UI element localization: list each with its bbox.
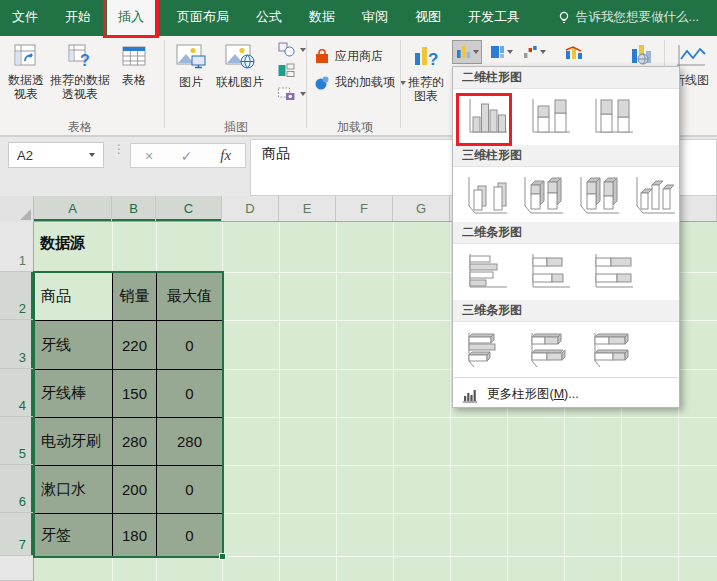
chart-option-100-stacked-bar[interactable] [586, 248, 638, 296]
tab-data[interactable]: 数据 [309, 0, 335, 36]
smartart-button[interactable] [278, 63, 295, 78]
pivotchart-button[interactable] [622, 40, 664, 68]
cell-C3[interactable]: 0 [157, 321, 223, 370]
table-button[interactable]: 表格 [112, 43, 156, 87]
column-header-C[interactable]: C [156, 196, 222, 221]
chart-option-3d-clustered-bar[interactable] [460, 325, 512, 373]
tab-review[interactable]: 审阅 [362, 0, 388, 36]
cell-A6[interactable]: 漱口水 [35, 466, 113, 514]
row-header-6[interactable]: 6 [0, 465, 33, 513]
column-header-G[interactable]: G [393, 196, 450, 221]
hierarchy-chart-dropdown-arrow [507, 50, 513, 54]
cell-C6[interactable]: 0 [157, 466, 223, 514]
cell-A5[interactable]: 电动牙刷 [35, 418, 113, 466]
chart-option-3d-column[interactable] [628, 171, 678, 219]
tell-me-search[interactable]: 告诉我您想要做什么... [558, 9, 699, 36]
column-chart-dropdown-arrow [473, 50, 479, 54]
insert-combo-chart-button[interactable] [556, 40, 592, 64]
chart-option-stacked-column[interactable] [523, 93, 575, 141]
pictures-button[interactable]: 图片 [170, 43, 212, 89]
tab-file[interactable]: 文件 [12, 0, 38, 36]
shapes-icon [278, 42, 295, 57]
cell-B3[interactable]: 220 [113, 321, 157, 370]
cell-B5[interactable]: 280 [113, 418, 157, 466]
row-header-7[interactable]: 7 [0, 513, 33, 556]
column-header-D[interactable]: D [222, 196, 279, 221]
three-d-clustered-column-icon [461, 173, 509, 217]
column-header-A[interactable]: A [34, 196, 112, 221]
menu-section-2d-bar: 二维条形图 [453, 222, 679, 244]
hundred-stacked-column-icon [587, 95, 637, 139]
insert-column-chart-button[interactable] [452, 40, 482, 64]
name-box[interactable]: A2 [8, 142, 104, 168]
formula-bar-grip[interactable]: ⋮ [113, 146, 125, 152]
row-header-1[interactable]: 1 [0, 222, 33, 272]
cell-C4[interactable]: 0 [157, 370, 223, 418]
tab-insert[interactable]: 插入 [107, 0, 155, 36]
store-icon [314, 49, 330, 65]
tab-view[interactable]: 视图 [415, 0, 441, 36]
cell-B7[interactable]: 180 [113, 514, 157, 557]
cell-A3[interactable]: 牙线 [35, 321, 113, 370]
tab-formulas[interactable]: 公式 [256, 0, 282, 36]
more-column-charts-item[interactable]: 更多柱形图(M)... [453, 380, 679, 409]
cell-A4[interactable]: 牙线棒 [35, 370, 113, 418]
cell-B6[interactable]: 200 [113, 466, 157, 514]
row-header-5[interactable]: 5 [0, 417, 33, 465]
row-header-8[interactable] [0, 556, 33, 581]
cell-B4[interactable]: 150 [113, 370, 157, 418]
enter-icon[interactable]: ✓ [181, 148, 193, 164]
column-chart-dropdown-menu: 二维柱形图 三维柱形图 二维条形图 [452, 66, 680, 408]
insert-hierarchy-chart-button[interactable] [486, 40, 516, 64]
pivottable-button[interactable]: 数据透视表 [4, 43, 48, 101]
selection-fill-handle[interactable] [219, 553, 226, 560]
cell-A7[interactable]: 牙签 [35, 514, 113, 557]
row-header-2[interactable]: 2 [0, 272, 33, 320]
cell-A1[interactable]: 数据源 [40, 234, 85, 253]
chart-option-stacked-bar[interactable] [523, 248, 575, 296]
stacked-bar-icon [524, 250, 574, 294]
waterfall-chart-icon [523, 45, 538, 59]
column-header-E[interactable]: E [279, 196, 336, 221]
chart-option-3d-stacked-bar[interactable] [523, 325, 575, 373]
column-header[interactable] [678, 196, 717, 221]
chart-option-3d-clustered-column[interactable] [460, 171, 510, 219]
menu-row-3d-bar [453, 322, 679, 375]
cancel-icon[interactable]: × [145, 148, 153, 164]
tab-page-layout[interactable]: 页面布局 [177, 0, 229, 36]
column-header-F[interactable]: F [336, 196, 393, 221]
column-header-B[interactable]: B [112, 196, 156, 221]
name-box-value: A2 [17, 148, 33, 163]
cell-C7[interactable]: 0 [157, 514, 223, 557]
store-button[interactable]: 应用商店 [314, 48, 383, 65]
chart-option-3d-stacked-column[interactable] [516, 171, 566, 219]
recommended-charts-button[interactable]: ? 推荐的 图表 [404, 43, 448, 103]
tab-home[interactable]: 开始 [65, 0, 91, 36]
cell-C2[interactable]: 最大值 [157, 273, 223, 321]
column-chart-icon [456, 45, 471, 59]
group-label-addins: 加载项 [315, 119, 395, 136]
data-table[interactable]: 商品 销量 最大值 牙线 220 0 牙线棒 150 0 电动牙刷 280 28… [34, 272, 223, 557]
cell-A2[interactable]: 商品 [35, 273, 113, 321]
select-all-button[interactable] [0, 196, 34, 222]
pictures-label: 图片 [179, 75, 203, 89]
chart-option-clustered-bar[interactable] [460, 248, 512, 296]
group-separator [306, 40, 307, 128]
chart-option-3d-100-stacked-column[interactable] [572, 171, 622, 219]
chart-option-clustered-column[interactable] [460, 93, 512, 141]
insert-function-icon[interactable]: fx [220, 147, 231, 164]
row-header-3[interactable]: 3 [0, 320, 33, 369]
shapes-button[interactable] [278, 42, 306, 57]
tab-developer[interactable]: 开发工具 [468, 0, 520, 36]
chart-option-100-stacked-column[interactable] [586, 93, 638, 141]
chart-option-3d-100-stacked-bar[interactable] [586, 325, 638, 373]
screenshot-button[interactable] [278, 86, 306, 101]
cell-C5[interactable]: 280 [157, 418, 223, 466]
pivottable-icon [13, 43, 39, 69]
cell-B2[interactable]: 销量 [113, 273, 157, 321]
recommended-pivottables-button[interactable]: ? 推荐的数据透视表 [48, 43, 112, 101]
online-pictures-button[interactable]: 联机图片 [212, 43, 268, 89]
my-addins-button[interactable]: 我的加载项 [314, 74, 406, 91]
insert-waterfall-chart-button[interactable] [519, 40, 549, 64]
row-header-4[interactable]: 4 [0, 369, 33, 417]
